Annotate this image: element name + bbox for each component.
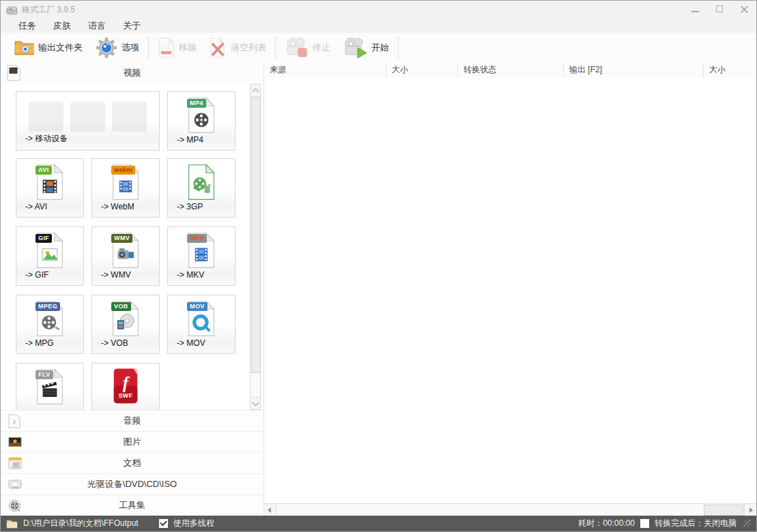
webm-icon: webm: [110, 163, 141, 201]
output-path[interactable]: D:\用户目录\我的文档\FFOutput: [23, 518, 139, 529]
stop-label: 停止: [313, 42, 330, 54]
start-button[interactable]: 开始: [337, 35, 395, 61]
app-window: 格式工厂 3.9.5 任务 皮肤 语言 关于 输出文件夹: [0, 0, 757, 532]
mov-icon: MOV: [186, 299, 217, 338]
task-list-panel: 来源 大小 转换状态 输出 [F2] 大小: [264, 62, 756, 516]
mp4-badge: MP4: [187, 99, 206, 108]
output-folder-button[interactable]: 输出文件夹: [8, 35, 89, 61]
clear-list-icon: [209, 38, 227, 58]
format-button-mp4[interactable]: MP4 -> MP4: [167, 91, 235, 151]
format-label: -> VOB: [101, 338, 128, 348]
options-label: 选项: [122, 42, 139, 54]
format-grid-scrollbar[interactable]: [250, 84, 261, 410]
flv-badge: FLV: [35, 370, 53, 379]
scroll-up-arrow-icon[interactable]: [251, 85, 260, 97]
format-button-avi[interactable]: AVI -> AVI: [16, 158, 84, 218]
scroll-left-arrow-icon[interactable]: [264, 504, 276, 516]
format-button-mov[interactable]: MOV -> MOV: [167, 295, 235, 354]
format-label: -> 3GP: [177, 202, 203, 211]
maximize-button[interactable]: [713, 3, 728, 16]
output-path-folder-icon[interactable]: [6, 519, 18, 529]
minimize-button[interactable]: [688, 3, 703, 16]
multithread-checkbox[interactable]: [159, 519, 168, 528]
gif-badge: GIF: [35, 234, 52, 243]
scroll-right-arrow-icon[interactable]: [744, 504, 756, 516]
start-icon: [343, 36, 368, 59]
mpg-icon: MPEG: [34, 299, 66, 338]
swf-icon: f SWF: [110, 368, 141, 406]
webm-badge: webm: [111, 166, 135, 175]
format-button-swf[interactable]: f SWF: [91, 363, 160, 410]
remove-label: 移除: [179, 42, 197, 54]
category-label: 光驱设备\DVD\CD\ISO: [1, 478, 263, 490]
format-button-3gp[interactable]: 3GP -> 3GP: [167, 158, 235, 218]
category-tab-video[interactable]: 视频: [1, 62, 263, 85]
format-label: -> AVI: [25, 202, 47, 211]
close-button[interactable]: [737, 3, 752, 16]
resize-grip[interactable]: [743, 520, 751, 527]
format-button-vob[interactable]: VOB -> VOB: [91, 295, 160, 354]
format-label: -> MKV: [177, 270, 204, 280]
task-table-header: 来源 大小 转换状态 输出 [F2] 大小: [264, 63, 756, 78]
stop-button[interactable]: 停止: [278, 35, 337, 61]
toolbar: 输出文件夹 选项: [1, 33, 756, 63]
hscrollbar-thumb[interactable]: [704, 505, 743, 516]
category-tab-document[interactable]: 文档: [1, 452, 263, 473]
mpg-badge: MPEG: [35, 302, 60, 311]
toolbar-separator: [148, 36, 149, 59]
shutdown-after-label: 转换完成后：关闭电脑: [655, 518, 737, 529]
format-button-flv[interactable]: FLV: [16, 363, 84, 410]
category-label: 音频: [1, 415, 263, 427]
app-logo-icon: [6, 4, 18, 16]
category-list: ♪ 音频 图片 文档: [1, 410, 263, 516]
swf-badge: SWF: [115, 391, 135, 400]
format-button-mkv[interactable]: MKV -> MKV: [167, 226, 235, 286]
column-header-source[interactable]: 来源: [264, 63, 386, 78]
category-tab-rom-device[interactable]: 光驱设备\DVD\CD\ISO: [1, 473, 263, 494]
column-header-size[interactable]: 大小: [386, 63, 458, 78]
format-button-mpg[interactable]: MPEG -> MPG: [16, 295, 84, 354]
remove-button[interactable]: 移除: [152, 35, 203, 61]
clear-list-button[interactable]: 清空列表: [203, 35, 272, 61]
scroll-down-arrow-icon[interactable]: [251, 397, 260, 409]
format-label: -> GIF: [25, 270, 48, 280]
options-button[interactable]: 选项: [89, 35, 145, 61]
vob-icon: VOB: [110, 299, 141, 338]
column-header-size-2[interactable]: 大小: [704, 63, 756, 78]
column-header-convert-state[interactable]: 转换状态: [458, 63, 564, 78]
menu-task[interactable]: 任务: [14, 19, 40, 33]
task-table-hscrollbar[interactable]: [264, 503, 756, 516]
menu-about[interactable]: 关于: [119, 19, 145, 33]
title-bar: 格式工厂 3.9.5: [1, 1, 756, 18]
category-tab-picture[interactable]: 图片: [1, 431, 263, 452]
menu-language[interactable]: 语言: [84, 19, 110, 33]
category-label: 文档: [1, 457, 263, 469]
clear-list-label: 清空列表: [231, 42, 266, 54]
menu-skin[interactable]: 皮肤: [49, 19, 75, 33]
start-label: 开始: [371, 42, 389, 54]
format-label: -> WebM: [101, 202, 134, 211]
mkv-badge: MKV: [187, 234, 207, 243]
format-button-wmv[interactable]: WMV -> WMV: [91, 226, 160, 286]
scrollbar-thumb[interactable]: [251, 98, 261, 373]
avi-icon: AVI: [34, 163, 66, 201]
category-tab-toolset[interactable]: 工具集: [1, 494, 263, 516]
mov-badge: MOV: [187, 302, 208, 311]
column-header-output[interactable]: 输出 [F2]: [564, 63, 704, 78]
window-title: 格式工厂 3.9.5: [22, 4, 75, 16]
output-folder-label: 输出文件夹: [38, 42, 83, 54]
format-button-webm[interactable]: webm -> WebM: [91, 158, 160, 218]
format-label: -> 移动设备: [25, 133, 68, 145]
flv-icon: FLV: [34, 368, 66, 406]
category-tab-audio[interactable]: ♪ 音频: [1, 410, 263, 431]
shutdown-after-checkbox[interactable]: [640, 519, 649, 528]
mp4-icon: MP4: [186, 96, 217, 134]
multithread-label: 使用多线程: [173, 518, 214, 529]
format-button-mobile-device[interactable]: -> 移动设备: [16, 91, 160, 151]
task-table-body[interactable]: [264, 78, 756, 503]
format-grid: -> 移动设备 MP4 -> MP4: [1, 84, 263, 410]
format-label: -> MPG: [25, 338, 54, 348]
format-button-gif[interactable]: GIF -> GIF: [16, 226, 84, 286]
format-label: -> WMV: [101, 270, 131, 280]
remove-icon: [158, 38, 175, 58]
